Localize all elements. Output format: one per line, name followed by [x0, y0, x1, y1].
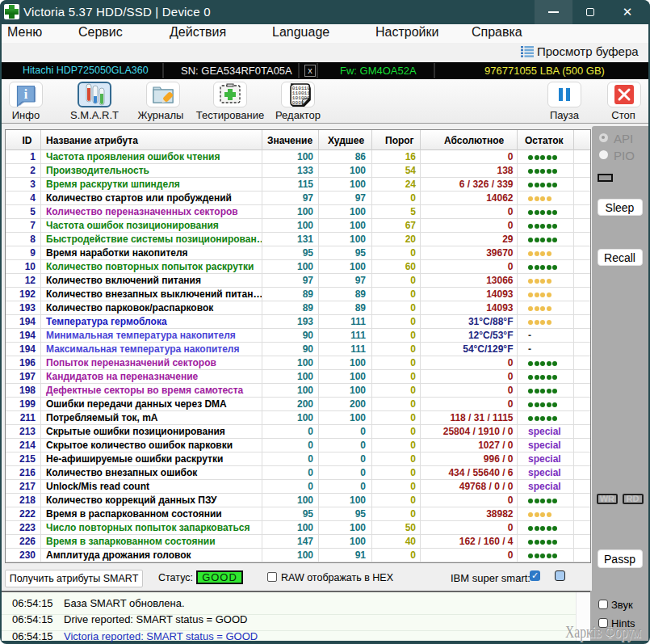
svg-text:0001: 0001 [292, 100, 304, 106]
svg-text:i: i [24, 87, 28, 101]
